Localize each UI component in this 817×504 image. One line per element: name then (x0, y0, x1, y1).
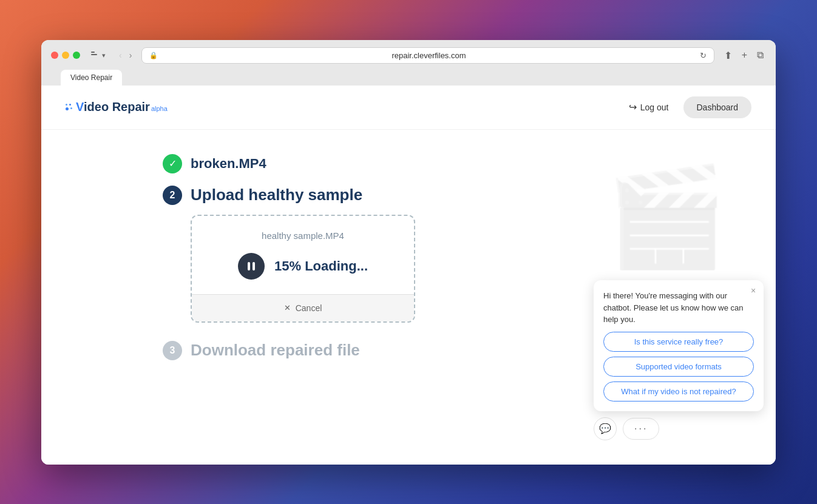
pause-button[interactable] (238, 253, 265, 280)
chatbot-bubble: × Hi there! You're messaging with our ch… (594, 280, 764, 411)
chatbot-widget: × Hi there! You're messaging with our ch… (594, 280, 764, 440)
logout-button[interactable]: ↪ Log out (622, 96, 676, 118)
chatbot-option-2[interactable]: Supported video formats (603, 357, 754, 377)
dashboard-button[interactable]: Dashboard (683, 96, 752, 118)
cancel-button[interactable]: ✕ Cancel (192, 294, 414, 321)
tabs-overview-icon[interactable]: ⧉ (754, 49, 766, 62)
step3-number: 3 (163, 341, 182, 360)
upload-box: healthy sample.MP4 15% Loading... ✕ Ca (191, 215, 415, 323)
new-tab-icon[interactable]: + (739, 49, 750, 62)
step3-title: Download repaired file (191, 341, 360, 360)
chatbot-message: Hi there! You're messaging with our chat… (603, 290, 754, 326)
chatbot-dots-button[interactable]: ··· (623, 418, 659, 440)
chatbot-option-3[interactable]: What if my video is not repaired? (603, 381, 754, 402)
step2-title: Upload healthy sample (191, 186, 362, 204)
step2-heading: 2 Upload healthy sample (163, 186, 776, 205)
header-actions: ↪ Log out Dashboard (622, 96, 751, 118)
url-display: repair.cleverfiles.com (161, 51, 696, 60)
chatbot-options: Is this service really free? Supported v… (603, 332, 754, 402)
chatbot-option-1[interactable]: Is this service really free? (603, 332, 754, 352)
step1-item: ✓ broken.MP4 (163, 154, 776, 173)
logo-text: Video Repairalpha (76, 100, 168, 114)
browser-actions: ⬆ + ⧉ (722, 49, 766, 62)
app-logo: Video Repairalpha (66, 100, 168, 114)
logo-dots-icon (66, 104, 72, 110)
watermark-icon: 🎬 (606, 160, 727, 274)
sidebar-toggle-button[interactable]: ▾ (87, 49, 109, 62)
lock-icon: 🔒 (149, 52, 158, 59)
chatbot-close-button[interactable]: × (748, 285, 759, 296)
browser-chrome: ▾ ‹ › 🔒 repair.cleverfiles.com ↻ ⬆ + ⧉ V… (41, 40, 776, 86)
active-tab[interactable]: Video Repair (61, 70, 122, 86)
step1-check-icon: ✓ (163, 154, 182, 173)
close-traffic-light[interactable] (51, 52, 58, 59)
nav-arrows: ‹ › (117, 49, 134, 61)
app-header: Video Repairalpha ↪ Log out Dashboard (41, 86, 776, 130)
progress-row: 15% Loading... (204, 253, 402, 280)
step1-filename: broken.MP4 (191, 156, 266, 172)
sidebar-chevron-icon: ▾ (102, 52, 106, 59)
tab-bar: Video Repair (51, 70, 766, 86)
minimize-traffic-light[interactable] (62, 52, 69, 59)
address-bar[interactable]: 🔒 repair.cleverfiles.com ↻ (141, 47, 714, 64)
traffic-lights (51, 52, 80, 59)
page-content: Video Repairalpha ↪ Log out Dashboard 🎬 … (41, 86, 776, 465)
cancel-label: Cancel (296, 303, 322, 313)
step2-number: 2 (163, 186, 182, 205)
chatbot-footer: 💬 ··· (594, 417, 764, 440)
forward-arrow-icon[interactable]: › (127, 49, 135, 61)
pause-icon (248, 262, 255, 270)
share-icon[interactable]: ⬆ (722, 49, 734, 62)
refresh-icon[interactable]: ↻ (700, 51, 707, 60)
browser-window: ▾ ‹ › 🔒 repair.cleverfiles.com ↻ ⬆ + ⧉ V… (41, 40, 776, 465)
cancel-x-icon: ✕ (284, 303, 291, 312)
loading-text: 15% Loading... (274, 258, 368, 274)
back-arrow-icon[interactable]: ‹ (117, 49, 124, 61)
maximize-traffic-light[interactable] (73, 52, 80, 59)
sidebar-icon (91, 52, 101, 59)
logout-icon: ↪ (629, 101, 637, 113)
upload-filename: healthy sample.MP4 (204, 230, 402, 241)
chatbot-avatar-icon: 💬 (594, 417, 617, 440)
